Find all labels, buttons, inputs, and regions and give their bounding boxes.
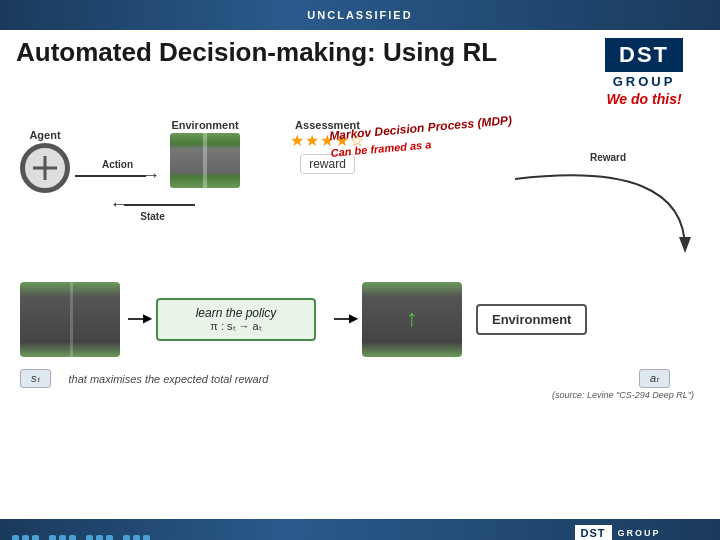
- dot-7: [86, 535, 93, 541]
- action-label: Action: [102, 159, 133, 170]
- dot-8: [96, 535, 103, 541]
- reward-arrow-text: Reward: [590, 152, 626, 163]
- steering-wheel-icon: [20, 143, 70, 193]
- arrow-after-policy: ▶: [334, 318, 352, 320]
- agent-box: Agent: [20, 129, 70, 195]
- header: Automated Decision-making: Using RL DST …: [0, 30, 720, 111]
- dot-group-2: [49, 535, 76, 541]
- dot-9: [106, 535, 113, 541]
- road-thumbnail: [170, 133, 240, 188]
- dst-group-text: GROUP: [613, 74, 676, 89]
- dot-group-3: [86, 535, 113, 541]
- arrow-line: ▶: [128, 318, 146, 320]
- environment-thumb-box: Environment: [170, 119, 240, 190]
- agent-label: Agent: [20, 129, 70, 141]
- main-content: Markov Decision Process (MDP) Can be fra…: [0, 119, 720, 519]
- policy-box: learn the policy π : sₜ → aₜ: [156, 298, 316, 341]
- footer-dst-area: DST GROUP Science and Technology for Saf…: [527, 525, 708, 540]
- dst-logo-box: DST: [605, 38, 683, 72]
- bottom-diagram: ▶ learn the policy π : sₜ → aₜ ▶ Environ…: [10, 249, 710, 389]
- action-arrow: Action: [75, 159, 160, 182]
- arrow-policy-group: ▶: [128, 318, 146, 320]
- dot-6: [69, 535, 76, 541]
- dot-4: [49, 535, 56, 541]
- arrow-line2: ▶: [334, 318, 352, 320]
- dot-group-1: [12, 535, 39, 541]
- state-arrow-graphic: [110, 199, 195, 211]
- dot-5: [59, 535, 66, 541]
- page-title: Automated Decision-making: Using RL: [16, 38, 497, 67]
- dot-12: [143, 535, 150, 541]
- unclassified-label: UNCLASSIFIED: [307, 9, 412, 21]
- dot-1: [12, 535, 19, 541]
- top-banner: UNCLASSIFIED: [0, 0, 720, 30]
- footer-dst-logo: DST: [575, 525, 612, 540]
- environment-thumb-label: Environment: [170, 119, 240, 131]
- dot-10: [123, 535, 130, 541]
- footer-dots: [12, 535, 150, 541]
- state-arrow: State: [110, 199, 195, 222]
- footer-bar: DST GROUP Science and Technology for Saf…: [0, 519, 720, 540]
- action-arrow-graphic: [75, 170, 160, 182]
- source-citation: (source: Levine "CS-294 Deep RL"): [10, 390, 710, 400]
- dot-group-4: [123, 535, 150, 541]
- dst-logo-area: DST GROUP We do this!: [584, 38, 704, 107]
- footer-group-label: GROUP: [618, 528, 661, 538]
- state-label: State: [140, 211, 164, 222]
- dot-2: [22, 535, 29, 541]
- dot-3: [32, 535, 39, 541]
- we-do-this-label: We do this!: [606, 91, 681, 107]
- road-image-right: [362, 282, 462, 357]
- environment-box: Environment: [476, 304, 587, 335]
- page-title-area: Automated Decision-making: Using RL: [16, 38, 497, 67]
- policy-formula: π : sₜ → aₜ: [170, 320, 302, 333]
- road-image-left: [20, 282, 120, 357]
- dot-11: [133, 535, 140, 541]
- policy-text: learn the policy: [170, 306, 302, 320]
